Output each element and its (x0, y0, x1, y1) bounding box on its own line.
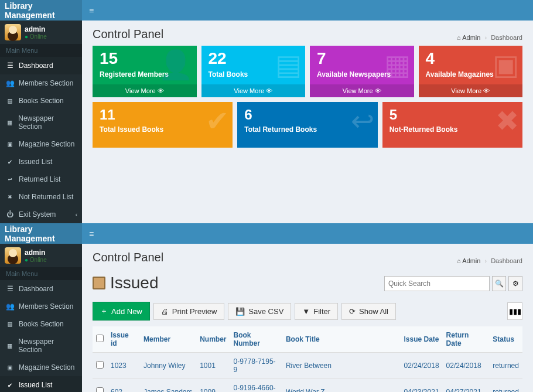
nav-label: Magazine Section (19, 363, 74, 371)
user-block: admin Online (0, 21, 82, 44)
sidebar-item-dashboard[interactable]: ☰Dashboard (0, 280, 82, 298)
nav-icon: 👥 (6, 79, 14, 87)
nav-label: Members Section (19, 302, 73, 311)
breadcrumb-current: Dashboard (491, 257, 522, 264)
col-book-title[interactable]: Book Title (282, 326, 401, 353)
nav-label: Newspaper Section (18, 114, 76, 131)
cell-issue-date[interactable]: 04/23/2021 (404, 388, 439, 392)
select-all-checkbox[interactable] (96, 335, 104, 342)
nav-label: Books Section (19, 320, 64, 328)
page-title-2: Control Panel (93, 251, 163, 264)
show-all-button[interactable]: ⟳Show All (341, 303, 396, 320)
sidebar-item-returned-list[interactable]: ↩Returned List (0, 171, 82, 188)
cell-member[interactable]: Johnny Wiley (144, 362, 185, 370)
sidebar-item-magazine-section[interactable]: ▣Magazine Section (0, 135, 82, 153)
filter-button[interactable]: ▼Filter (295, 303, 338, 320)
nav-label: Newspaper Section (18, 338, 76, 354)
tile-view-more[interactable]: View More 👁 (310, 84, 414, 97)
breadcrumb-root[interactable]: Admin (462, 257, 480, 264)
col-book-number[interactable]: Book Number (230, 326, 282, 353)
cell-return-date[interactable]: 02/24/2018 (446, 362, 481, 370)
sidebar-item-exit-system[interactable]: ⏻Exit System‹ (0, 206, 82, 223)
stat-tile: ✖ 5 Not-Returned Books (382, 102, 522, 148)
col-status[interactable]: Status (489, 326, 522, 353)
cell-issue-id[interactable]: 602 (111, 388, 122, 392)
col-member[interactable]: Member (140, 326, 196, 353)
row-checkbox[interactable] (96, 387, 104, 392)
sidebar-item-not-returned-list[interactable]: ✖Not Returned List (0, 188, 82, 206)
hamburger-icon[interactable]: ≡ (82, 229, 101, 238)
content-header: Control Panel ⌂ Admin › Dashboard (82, 21, 533, 43)
tile-view-more[interactable]: View More 👁 (419, 84, 523, 97)
col-number[interactable]: Number (196, 326, 230, 353)
print-preview-button[interactable]: 🖨Print Preview (153, 303, 225, 320)
cell-book-number[interactable]: 0-9196-4660-3 (234, 384, 276, 392)
search-button[interactable]: 🔍 (492, 276, 506, 291)
breadcrumb-root[interactable]: Admin (462, 34, 480, 41)
cell-number[interactable]: 1009 (200, 388, 216, 392)
table-row: 1023 Johnny Wiley 1001 0-9778-7195-9 Riv… (93, 353, 522, 379)
save-csv-button[interactable]: 💾Save CSV (228, 303, 291, 320)
breadcrumb: ⌂ Admin › Dashboard (457, 257, 522, 264)
plus-icon: ＋ (100, 306, 108, 316)
nav-label: Members Section (19, 79, 73, 87)
cell-issue-id[interactable]: 1023 (111, 362, 127, 370)
sidebar-item-issued-list[interactable]: ✔Issued List (0, 153, 82, 171)
sidebar-heading: Main Menu (0, 44, 82, 57)
tile-view-more[interactable]: View More 👁 (93, 84, 197, 97)
toolbar: ＋Add New 🖨Print Preview 💾Save CSV ▼Filte… (82, 297, 533, 323)
cell-status[interactable]: returned (493, 362, 519, 370)
tiles-row-1: 👤 15 Registered Members View More 👁 ▤ 22… (82, 43, 533, 100)
col-issue-id[interactable]: Issue id (107, 326, 140, 353)
tile-bg-icon: ▤ (275, 48, 302, 81)
nav-icon: ✖ (6, 193, 14, 201)
hamburger-icon[interactable]: ≡ (82, 6, 101, 15)
nav-icon: ↩ (6, 175, 14, 183)
sidebar-item-books-section[interactable]: ▤Books Section (0, 92, 82, 110)
tiles-row-2: ✔ 11 Total Issued Books ↩ 6 Total Return… (82, 100, 533, 150)
sidebar-item-newspaper-section[interactable]: ▦Newspaper Section (0, 333, 82, 359)
cell-number[interactable]: 1001 (200, 362, 216, 370)
add-new-button[interactable]: ＋Add New (93, 302, 150, 321)
stat-tile: 👤 15 Registered Members View More 👁 (93, 46, 197, 97)
cell-issue-date[interactable]: 02/24/2018 (404, 362, 439, 370)
cell-status[interactable]: returned (493, 388, 519, 392)
settings-button[interactable]: ⚙ (508, 276, 522, 291)
user-meta: admin Online (25, 25, 47, 40)
sidebar-item-newspaper-section[interactable]: ▦Newspaper Section (0, 110, 82, 135)
breadcrumb-current: Dashboard (491, 34, 522, 41)
tile-view-more[interactable]: View More 👁 (201, 84, 306, 97)
nav-label: Returned List (19, 175, 60, 183)
sidebar: admin Online Main Menu ☰Dashboard👥Member… (0, 21, 82, 223)
nav-icon: ▤ (6, 320, 14, 328)
breadcrumb-sep: › (484, 34, 487, 41)
stat-tile: ✔ 11 Total Issued Books (93, 102, 233, 148)
col-return-date[interactable]: Return Date (443, 326, 490, 353)
topbar: Library Management ≡ (0, 0, 533, 21)
cell-book-title[interactable]: River Between (286, 362, 332, 370)
barcode-button[interactable]: ▮▮▮ (507, 302, 522, 320)
home-icon: ⌂ (457, 34, 461, 41)
row-checkbox[interactable] (96, 361, 104, 369)
cell-book-number[interactable]: 0-9778-7195-9 (234, 357, 276, 374)
nav-icon: ▣ (6, 363, 14, 371)
cell-return-date[interactable]: 04/27/2021 (446, 388, 481, 392)
save-icon: 💾 (235, 307, 245, 316)
filter-icon: ▼ (302, 307, 310, 316)
stat-tile: ▤ 22 Total Books View More 👁 (201, 46, 306, 97)
nav-icon: ▦ (6, 118, 13, 127)
sidebar-item-members-section[interactable]: 👥Members Section (0, 298, 82, 315)
sidebar-item-dashboard[interactable]: ☰Dashboard (0, 57, 82, 74)
cell-member[interactable]: James Sanders (144, 388, 192, 392)
page-title: Control Panel (93, 28, 163, 41)
search-input[interactable] (384, 276, 490, 291)
sidebar-item-books-section[interactable]: ▤Books Section (0, 315, 82, 333)
nav-label: Not Returned List (19, 193, 73, 201)
cell-book-title[interactable]: World War Z (286, 388, 325, 392)
nav-label: Dashboard (19, 62, 53, 70)
sidebar-item-members-section[interactable]: 👥Members Section (0, 74, 82, 92)
issued-table: Issue idMemberNumberBook NumberBook Titl… (93, 326, 522, 392)
sidebar-item-magazine-section[interactable]: ▣Magazine Section (0, 359, 82, 376)
sidebar-item-issued-list[interactable]: ✔Issued List (0, 376, 82, 392)
col-issue-date[interactable]: Issue Date (401, 326, 443, 353)
